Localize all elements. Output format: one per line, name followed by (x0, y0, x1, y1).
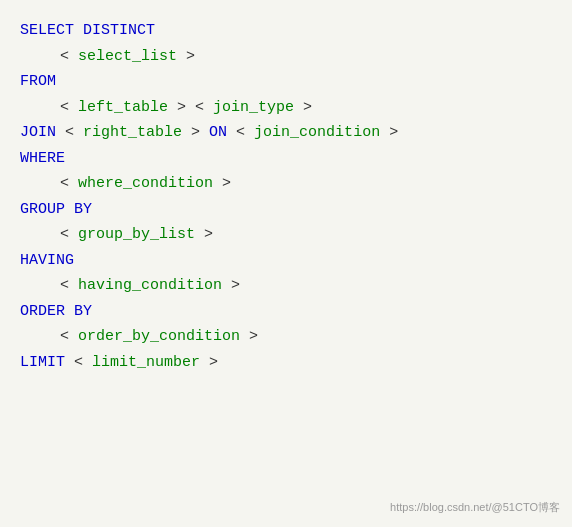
line-where: WHERE (20, 146, 552, 172)
keyword-select: SELECT DISTINCT (20, 18, 155, 44)
line-order-by: ORDER BY (20, 299, 552, 325)
var-join-type: join_type (213, 95, 294, 121)
var-having-condition: having_condition (78, 273, 222, 299)
angle-mid: > < (168, 95, 213, 121)
angle-close: > (195, 222, 213, 248)
angle-open: < (60, 222, 78, 248)
keyword-where: WHERE (20, 146, 65, 172)
var-where-condition: where_condition (78, 171, 213, 197)
line-select: SELECT DISTINCT (20, 18, 552, 44)
angle-open: < (60, 44, 78, 70)
keyword-join: JOIN (20, 120, 65, 146)
watermark: https://blog.csdn.net/@51CTO博客 (390, 498, 560, 517)
angle-close: > (222, 273, 240, 299)
line-group-by-list: < group_by_list > (20, 222, 552, 248)
var-order-by-condition: order_by_condition (78, 324, 240, 350)
angle-mid: > (182, 120, 209, 146)
var-left-table: left_table (78, 95, 168, 121)
line-having: HAVING (20, 248, 552, 274)
angle-open: < (65, 120, 83, 146)
line-group-by: GROUP BY (20, 197, 552, 223)
angle-open: < (60, 95, 78, 121)
angle-close: > (294, 95, 312, 121)
angle-on-open: < (227, 120, 254, 146)
keyword-limit: LIMIT (20, 350, 74, 376)
angle-open: < (60, 171, 78, 197)
angle-open: < (74, 350, 92, 376)
keyword-order-by: ORDER BY (20, 299, 92, 325)
line-limit: LIMIT < limit_number > (20, 350, 552, 376)
angle-close: > (200, 350, 218, 376)
keyword-on: ON (209, 120, 227, 146)
var-join-condition: join_condition (254, 120, 380, 146)
var-select-list: select_list (78, 44, 177, 70)
line-from: FROM (20, 69, 552, 95)
var-group-by-list: group_by_list (78, 222, 195, 248)
angle-open: < (60, 324, 78, 350)
code-block: SELECT DISTINCT < select_list > FROM < l… (0, 0, 572, 527)
keyword-group-by: GROUP BY (20, 197, 92, 223)
angle-open: < (60, 273, 78, 299)
line-having-condition: < having_condition > (20, 273, 552, 299)
keyword-from: FROM (20, 69, 56, 95)
line-order-by-condition: < order_by_condition > (20, 324, 552, 350)
line-left-table: < left_table > < join_type > (20, 95, 552, 121)
var-right-table: right_table (83, 120, 182, 146)
line-select-list: < select_list > (20, 44, 552, 70)
keyword-having: HAVING (20, 248, 74, 274)
var-limit-number: limit_number (92, 350, 200, 376)
line-where-condition: < where_condition > (20, 171, 552, 197)
angle-close: > (240, 324, 258, 350)
angle-close: > (380, 120, 398, 146)
angle-close: > (177, 44, 195, 70)
angle-close: > (213, 171, 231, 197)
line-join: JOIN < right_table > ON < join_condition… (20, 120, 552, 146)
